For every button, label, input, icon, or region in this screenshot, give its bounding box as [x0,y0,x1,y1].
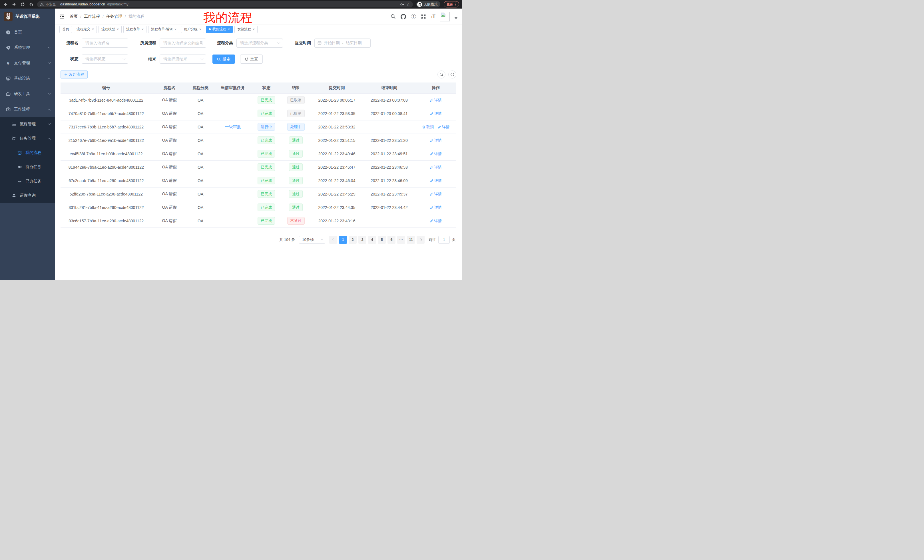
update-button[interactable]: 更新 [444,1,459,7]
breadcrumb-item[interactable]: 工作流程 [84,14,100,19]
category-select[interactable]: 请选择流程分类 [236,39,283,48]
help-icon[interactable] [411,14,416,19]
page-button[interactable]: 1 [339,236,347,244]
sidebar-item-home[interactable]: 首页 [0,24,55,40]
next-page-button[interactable] [417,236,424,244]
tab-process-form-edit[interactable]: 流程表单-编辑× [148,26,179,33]
github-icon[interactable] [400,14,406,19]
sidebar-item-done-tasks[interactable]: 已办任务 [0,174,55,189]
back-icon[interactable] [3,2,8,7]
start-date-placeholder[interactable]: 开始日期 [324,40,340,46]
sidebar-item-payment[interactable]: ¥ 支付管理 [0,55,55,71]
refresh-icon[interactable] [448,70,456,78]
process-table: 编号 流程名 流程分类 当前审批任务 状态 结果 提交时间 结束时间 操作 [60,82,456,228]
detail-link[interactable]: 详情 [438,124,449,130]
sidebar-item-process-mgmt[interactable]: 流程管理 [0,117,55,131]
sidebar-item-system[interactable]: 系统管理 [0,40,55,55]
sidebar-item-todo-tasks[interactable]: 待办任务 [0,160,55,174]
table-row: 7470a810-7b9b-11ec-b5b7-acde48001122 OA … [60,107,456,120]
address-bar[interactable]: 不安全 dashboard.yudao.iocoder.cn/bpm/task/… [37,1,413,7]
sidebar-item-task-mgmt[interactable]: 任务管理 [0,131,55,145]
url-path: /bpm/task/my [107,2,128,6]
current-task-link[interactable]: 一级审批 [225,124,241,129]
more-pages-button[interactable]: ··· [397,236,405,244]
close-icon[interactable]: × [92,27,94,31]
detail-link[interactable]: 详情 [430,219,442,223]
submit-time: 2022-01-22 23:51:15 [310,133,363,147]
process-name-input[interactable] [82,39,128,48]
close-icon[interactable]: × [117,27,119,31]
search-button[interactable]: 搜索 [213,54,235,64]
sidebar-item-my-process[interactable]: 我的流程 [0,145,55,160]
tab-process-form[interactable]: 流程表单× [123,26,147,33]
page-size-select[interactable]: 10条/页 [299,236,325,244]
process-definition-input[interactable] [160,39,206,48]
reload-icon[interactable] [20,2,25,7]
chevron-down-icon [48,91,51,94]
result-select[interactable]: 请选择流结果 [160,54,206,64]
font-size-icon[interactable]: TT [431,14,435,19]
goto-page-input[interactable] [438,236,450,244]
fullscreen-icon[interactable] [421,14,426,19]
page-button[interactable]: 6 [387,236,396,244]
key-icon[interactable] [400,2,404,7]
close-icon[interactable]: × [228,27,230,31]
sidebar-item-infra[interactable]: 基础设施 [0,71,55,86]
tab-home[interactable]: 首页 [59,26,72,33]
list-icon [11,122,16,127]
detail-link[interactable]: 详情 [430,205,442,210]
detail-link[interactable]: 详情 [430,165,442,170]
search-icon[interactable] [391,14,396,19]
table-row: 2152467e-7b9b-11ec-9a1b-acde48001122 OA … [60,133,456,147]
page-button[interactable]: 3 [358,236,366,244]
process-name: OA 请假 [152,174,187,187]
detail-link[interactable]: 详情 [430,97,442,103]
date-range-picker[interactable]: 开始日期 - 结束日期 [314,39,370,48]
bookmark-star-icon[interactable]: ☆ [406,2,410,6]
start-process-button[interactable]: 发起流程 [60,70,88,78]
close-icon[interactable]: × [199,27,201,31]
home-icon[interactable] [28,2,34,7]
status-badge: 已完成 [258,177,275,184]
status-select[interactable]: 请选择状态 [82,54,128,64]
breadcrumb-item[interactable]: 首页 [70,14,78,19]
close-icon[interactable]: × [174,27,177,31]
status-badge: 已完成 [258,150,275,157]
tab-process-model[interactable]: 流程模型× [99,26,122,33]
tab-my-process[interactable]: 我的流程× [206,26,233,33]
detail-link[interactable]: 详情 [430,138,442,143]
page-button[interactable]: 4 [368,236,376,244]
detail-link[interactable]: 详情 [430,178,442,183]
prev-page-button[interactable] [329,236,337,244]
filter-label-category: 流程分类 [213,40,233,46]
detail-link[interactable]: 详情 [430,151,442,156]
submit-time: 2022-01-22 23:53:32 [310,120,363,133]
browser-menu-icon[interactable] [455,3,456,6]
detail-link[interactable]: 详情 [430,192,442,197]
close-icon[interactable]: × [142,27,144,31]
toggle-search-icon[interactable] [438,70,446,78]
close-icon[interactable]: × [253,27,255,31]
breadcrumb-item[interactable]: 任务管理 [106,14,122,19]
avatar-dropdown-icon[interactable] [454,17,458,19]
detail-link[interactable]: 详情 [430,111,442,116]
end-time: 2022-01-22 23:51:20 [363,133,415,147]
avatar[interactable] [440,12,450,21]
page-button[interactable]: 5 [378,236,386,244]
end-date-placeholder[interactable]: 结束日期 [346,40,362,46]
forward-icon[interactable] [11,2,16,7]
sidebar-item-devtools[interactable]: 研发工具 [0,86,55,102]
reset-button[interactable]: 重置 [240,54,263,64]
tab-user-group[interactable]: 用户分组× [181,26,204,33]
menu-fold-icon[interactable] [59,14,65,19]
sidebar-item-label: 支付管理 [14,60,45,66]
tab-start-process[interactable]: 发起流程× [234,26,258,33]
page-button[interactable]: 11 [407,236,415,244]
cancel-link[interactable]: 取消 [422,124,434,130]
process-category: OA [187,160,214,174]
page-button[interactable]: 2 [349,236,357,244]
tab-process-definition[interactable]: 流程定义× [74,26,97,33]
sidebar-item-workflow[interactable]: 工作流程 [0,102,55,117]
sidebar-item-leave-query[interactable]: 请假查询 [0,189,55,203]
current-task [214,147,252,160]
